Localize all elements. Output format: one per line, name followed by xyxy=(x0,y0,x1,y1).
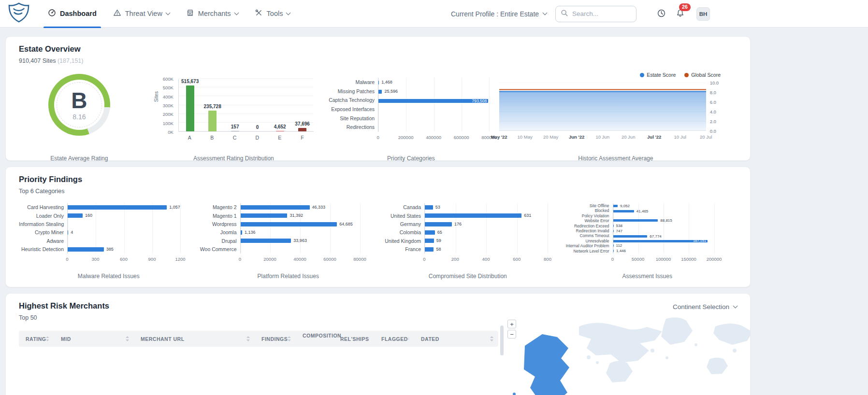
highest-risk-merchants-card: Highest Risk Merchants Top 50 Continent … xyxy=(5,293,751,395)
bar: 747 xyxy=(613,229,714,233)
user-avatar[interactable]: BH xyxy=(696,7,710,21)
column-header-flagged[interactable]: Flagged xyxy=(375,331,414,347)
bar: 88,815 xyxy=(613,219,714,223)
bar: 31,392 xyxy=(241,213,360,218)
column-header-rating[interactable]: Rating xyxy=(19,331,54,347)
chart-caption: Platform Related Issues xyxy=(199,273,378,280)
legend-dot xyxy=(684,73,689,77)
bar: 793,508 xyxy=(378,99,489,103)
priority-categories-chart: MalwareMissing PatchesCaptcha Technology… xyxy=(328,78,494,141)
notifications-button[interactable]: 26 xyxy=(675,8,686,20)
search-icon xyxy=(561,9,568,19)
assessment-rating-distribution-chart: Sites0K100K200K300K400K500K600K515,67323… xyxy=(140,72,328,141)
nav-item-label: Tools xyxy=(267,10,283,17)
merchants-title: Highest Risk Merchants xyxy=(19,301,737,310)
map-svg xyxy=(506,316,751,395)
bar: 58 xyxy=(425,247,548,252)
legend-item-global-score[interactable]: Global Score xyxy=(684,72,721,78)
zoom-in-button[interactable]: + xyxy=(507,320,516,328)
sort-icon xyxy=(369,336,370,341)
legend-label: Estate Score xyxy=(647,72,676,78)
column-header-composition[interactable]: Composition xyxy=(296,331,333,347)
chart-caption: Malware Related Issues xyxy=(19,273,199,280)
chevron-down-icon xyxy=(543,11,548,15)
nav-right-cluster: Current Profile : Entire Estate 26 BH xyxy=(451,0,710,28)
bar: 65 xyxy=(425,230,548,235)
top-navbar: Dashboard Threat View Merchants Tools C xyxy=(0,0,868,28)
compromised-site-distribution-chart: CanadaUnited StatesGermanyColombiaUnited… xyxy=(378,203,558,262)
legend-label: Global Score xyxy=(691,72,721,78)
search-box xyxy=(555,6,637,22)
bar: 515,673 xyxy=(179,79,201,131)
priority-findings-card: Priority Findings Top 6 Categories Card … xyxy=(5,167,751,287)
bar: 37,696 xyxy=(292,121,313,131)
platform-related-issues-chart: Magento 2Magento 1WordpressJoomlaDrupalW… xyxy=(199,203,378,262)
tools-icon xyxy=(255,9,263,18)
bar xyxy=(378,116,489,120)
gauge-grade: B xyxy=(71,89,87,112)
bar: 41,465 xyxy=(613,210,714,213)
bar: 385 xyxy=(68,247,180,252)
bar: 1,057 xyxy=(68,205,180,210)
search-input[interactable] xyxy=(572,10,628,17)
priority-findings-title: Priority Findings xyxy=(19,175,737,184)
assessment-issues-chart: Site OfflineBlockedPolicy ViolationWebsi… xyxy=(558,203,738,262)
bar: 112 xyxy=(613,244,714,248)
sort-icon xyxy=(246,336,250,341)
bar: 4 xyxy=(68,230,180,235)
sites-secondary-count: (187,151) xyxy=(58,57,84,64)
profile-selector[interactable]: Current Profile : Entire Estate xyxy=(451,10,547,18)
bar xyxy=(613,215,714,217)
app-logo[interactable] xyxy=(8,2,30,25)
merchants-table-body xyxy=(19,347,498,390)
column-header-findings[interactable]: Findings xyxy=(255,331,296,347)
merchants-table: RatingMIDMerchant URLFindingsComposition… xyxy=(19,331,498,390)
bar: 67,774 xyxy=(613,235,714,239)
legend-item-estate-score[interactable]: Estate Score xyxy=(640,72,676,78)
chart-caption: Assessment Rating Distribution xyxy=(140,155,328,162)
chart-caption: Compromised Site Distribution xyxy=(378,273,558,280)
nav-item-dashboard[interactable]: Dashboard xyxy=(40,0,105,28)
chart-caption: Estate Average Rating xyxy=(19,155,140,162)
bar: 4,652 xyxy=(269,124,290,131)
continent-selector[interactable]: Continent Selection xyxy=(673,303,737,310)
sort-icon xyxy=(408,336,409,341)
bar xyxy=(378,126,489,129)
bar: 187,151 xyxy=(613,240,714,242)
column-header-mid[interactable]: MID xyxy=(54,331,134,347)
merchants-table-header: RatingMIDMerchant URLFindingsComposition… xyxy=(19,331,498,347)
assessment-rating-distribution-block: Sites0K100K200K300K400K500K600K515,67323… xyxy=(140,71,328,164)
bar: 9,052 xyxy=(613,204,714,208)
column-header-merchant-url[interactable]: Merchant URL xyxy=(134,331,255,347)
bar: 0 xyxy=(247,125,268,131)
bar: 1,468 xyxy=(378,80,489,85)
scrollbar-thumb[interactable] xyxy=(500,325,504,355)
estate-average-rating-block: B 8.16 Estate Average Rating xyxy=(19,71,140,164)
table-scrollbar xyxy=(500,325,504,393)
bar: 1,446 xyxy=(613,249,714,253)
bar: 1,136 xyxy=(241,230,360,235)
nav-item-label: Dashboard xyxy=(60,10,97,17)
nav-item-merchants[interactable]: Merchants xyxy=(178,0,246,28)
historic-assessment-block: Estate Score Global Score 10.08.06.04.02… xyxy=(494,71,737,164)
zoom-out-button[interactable]: − xyxy=(507,330,516,339)
map-region-alaska[interactable] xyxy=(513,334,569,395)
history-button[interactable] xyxy=(656,8,667,20)
priority-findings-charts-row: Card HarvestingLoader OnlyInformation St… xyxy=(19,203,737,282)
bar: 33,963 xyxy=(241,239,360,243)
history-clock-icon xyxy=(657,9,666,19)
bar: 59 xyxy=(425,239,548,243)
main-nav: Dashboard Threat View Merchants Tools xyxy=(40,0,298,28)
chevron-down-icon xyxy=(165,10,170,15)
column-header-dated[interactable]: Dated xyxy=(414,331,498,347)
bar: 64,685 xyxy=(241,222,360,226)
bar: 538 xyxy=(613,224,714,228)
nav-item-tools[interactable]: Tools xyxy=(246,0,299,28)
legend-dot xyxy=(640,73,644,77)
sort-icon xyxy=(490,336,493,341)
notification-badge: 26 xyxy=(679,3,691,11)
bar: 46,333 xyxy=(241,205,360,210)
profile-selector-label: Current Profile : Entire Estate xyxy=(451,10,539,18)
nav-item-threat-view[interactable]: Threat View xyxy=(105,0,178,28)
bar: 235,728 xyxy=(202,104,223,131)
